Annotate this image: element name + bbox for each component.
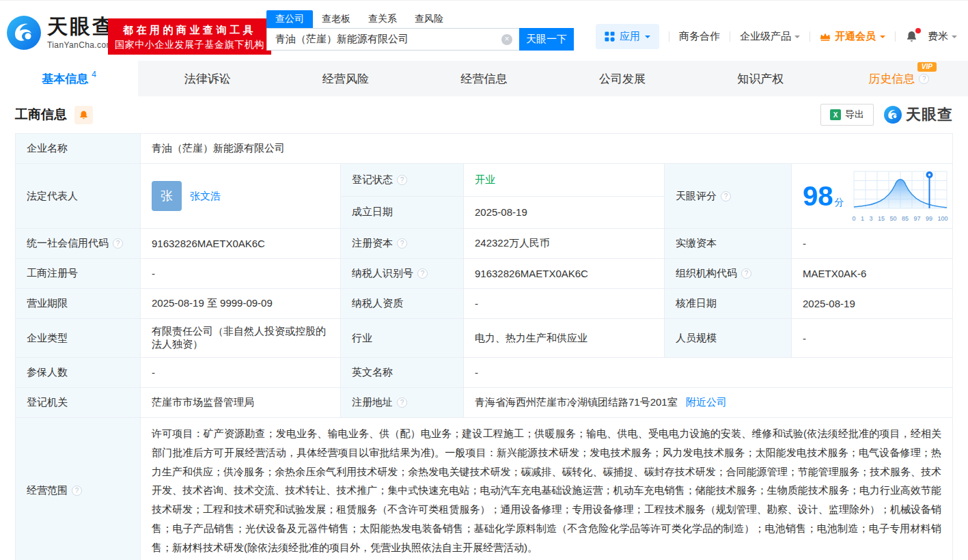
company-type-value: 有限责任公司（非自然人投资或控股的法人独资） bbox=[141, 319, 341, 358]
help-icon[interactable] bbox=[397, 238, 407, 249]
field-label-business-scope: 经营范围 bbox=[16, 418, 141, 560]
credit-code-value: 91632826MAETX0AK6C bbox=[141, 229, 341, 259]
help-icon[interactable] bbox=[919, 74, 929, 84]
username-label: 费米 bbox=[928, 30, 948, 43]
score-axis-ticks: 0131550859799100 bbox=[853, 215, 948, 222]
chevron-down-icon bbox=[645, 36, 650, 41]
logo[interactable]: 天眼查 TianYanCha.com bbox=[7, 16, 115, 50]
reg-capital-value: 242322万人民币 bbox=[464, 229, 665, 259]
export-label: 导出 bbox=[845, 109, 864, 121]
status-badge: 开业 bbox=[475, 173, 495, 185]
help-icon[interactable] bbox=[72, 486, 82, 496]
field-label-english-name: 英文名称 bbox=[341, 358, 464, 388]
search-button[interactable]: 天眼一下 bbox=[519, 28, 574, 51]
reg-status-value: 开业 bbox=[464, 164, 665, 197]
legal-rep-link[interactable]: 张文浩 bbox=[190, 190, 221, 203]
subscribe-bell-icon[interactable] bbox=[74, 106, 93, 124]
search-input[interactable] bbox=[274, 33, 501, 46]
apps-grid-icon bbox=[605, 31, 615, 42]
field-label-business-term: 营业期限 bbox=[16, 289, 141, 319]
tab-count: 4 bbox=[92, 70, 96, 79]
divider bbox=[810, 31, 810, 42]
export-button[interactable]: 导出 bbox=[820, 104, 874, 126]
slogan-banner: 都在用的商业查询工具 国家中小企业发展子基金旗下机构 bbox=[108, 18, 271, 55]
score-widget[interactable]: 98分 bbox=[803, 170, 941, 222]
header: 天眼查 TianYanCha.com 都在用的商业查询工具 国家中小企业发展子基… bbox=[0, 1, 968, 61]
tab-legal-proceedings[interactable]: 法律诉讼 bbox=[138, 61, 276, 96]
score-value: 98分 bbox=[803, 181, 844, 212]
help-icon[interactable] bbox=[113, 238, 123, 249]
tab-operation-risk[interactable]: 经营风险 bbox=[277, 61, 415, 96]
search-tab-relation[interactable]: 查关系 bbox=[359, 10, 406, 28]
nav-enterprise-label: 企业级产品 bbox=[740, 30, 791, 43]
divider bbox=[669, 31, 669, 42]
business-info-table: 企业名称 青油（茫崖）新能源有限公司 法定代表人 张 张文浩 登记状态 开业 天… bbox=[15, 133, 953, 560]
tianyancha-logo-icon bbox=[7, 16, 41, 50]
avatar[interactable]: 张 bbox=[152, 181, 182, 211]
field-label-taxpayer-quality: 纳税人资质 bbox=[341, 289, 464, 319]
reg-address-value: 青海省海西州茫崖市冷湖镇团结路71号201室 附近公司 bbox=[464, 388, 953, 418]
field-label-reg-number: 工商注册号 bbox=[16, 259, 141, 289]
staff-size-value: - bbox=[792, 319, 953, 358]
score-cell: 98分 bbox=[792, 164, 953, 229]
help-icon[interactable] bbox=[397, 397, 407, 408]
field-label-score: 天眼评分 bbox=[665, 164, 792, 229]
nearby-companies-link[interactable]: 附近公司 bbox=[686, 396, 727, 408]
help-icon[interactable] bbox=[397, 175, 407, 185]
nav-apps[interactable]: 应用 bbox=[596, 24, 659, 49]
field-label-reg-status: 登记状态 bbox=[341, 164, 464, 197]
business-term-value: 2025-08-19 至 9999-09-09 bbox=[141, 289, 341, 319]
business-scope-value: 许可项目：矿产资源勘查；发电业务、输电业务、供（配）电业务；建设工程施工；供暖服… bbox=[141, 418, 953, 560]
field-label-approve-date: 核准日期 bbox=[665, 289, 792, 319]
search-box bbox=[266, 28, 519, 51]
company-name-value: 青油（茫崖）新能源有限公司 bbox=[141, 134, 953, 164]
help-icon[interactable] bbox=[417, 268, 428, 279]
field-label-paid-capital: 实缴资本 bbox=[665, 229, 792, 259]
section-title: 工商信息 bbox=[15, 106, 67, 124]
score-distribution-chart: 0131550859799100 bbox=[853, 170, 948, 222]
field-label-establish-date: 成立日期 bbox=[341, 196, 464, 229]
field-label-company-type: 企业类型 bbox=[16, 319, 141, 358]
tab-history-info[interactable]: VIP 历史信息 bbox=[830, 61, 968, 96]
tab-label: 历史信息 bbox=[868, 71, 915, 87]
tianyancha-watermark: 天眼查 bbox=[884, 104, 953, 125]
nav-enterprise[interactable]: 企业级产品 bbox=[740, 30, 800, 43]
tab-company-development[interactable]: 公司发展 bbox=[553, 61, 691, 96]
field-label-reg-address: 注册地址 bbox=[341, 388, 464, 418]
nav-username[interactable]: 费米 bbox=[928, 30, 957, 43]
crown-icon bbox=[820, 32, 831, 42]
nav-vip-label: 开通会员 bbox=[835, 30, 876, 43]
notification-bell-icon[interactable] bbox=[905, 30, 918, 43]
search-tab-boss[interactable]: 查老板 bbox=[313, 10, 359, 28]
field-label-reg-authority: 登记机关 bbox=[16, 388, 141, 418]
divider bbox=[730, 31, 730, 42]
tab-intellectual-property[interactable]: 知识产权 bbox=[691, 61, 829, 96]
field-label-org-code: 组织机构代码 bbox=[665, 259, 792, 289]
field-label-industry: 行业 bbox=[341, 319, 464, 358]
page: 天眼查 TianYanCha.com 都在用的商业查询工具 国家中小企业发展子基… bbox=[0, 0, 968, 560]
nav-cooperation-label: 商务合作 bbox=[679, 30, 720, 43]
tab-operation-info[interactable]: 经营信息 bbox=[415, 61, 553, 96]
clear-search-icon[interactable] bbox=[501, 34, 512, 45]
excel-icon bbox=[830, 109, 841, 120]
tab-label: 知识产权 bbox=[737, 71, 784, 87]
help-icon[interactable] bbox=[741, 268, 751, 279]
nav-cooperation[interactable]: 商务合作 bbox=[679, 30, 720, 43]
establish-date-value: 2025-08-19 bbox=[464, 196, 665, 229]
taxpayer-quality-value: - bbox=[464, 289, 665, 319]
reg-number-value: - bbox=[141, 259, 341, 289]
search-tab-company[interactable]: 查公司 bbox=[266, 10, 313, 28]
company-tabs: 基本信息 4 法律诉讼 经营风险 经营信息 公司发展 知识产权 VIP 历史信息 bbox=[0, 61, 968, 96]
tab-label: 经营信息 bbox=[460, 71, 507, 87]
section-head: 工商信息 导出 天眼查 bbox=[0, 96, 968, 133]
brand-name: 天眼查 bbox=[47, 16, 115, 37]
org-code-value: MAETX0AK-6 bbox=[792, 259, 953, 289]
search-tab-risk[interactable]: 查风险 bbox=[406, 10, 452, 28]
tab-basic-info[interactable]: 基本信息 4 bbox=[0, 61, 138, 96]
tab-label: 经营风险 bbox=[322, 71, 369, 87]
watermark-text: 天眼查 bbox=[906, 104, 953, 125]
nav-vip[interactable]: 开通会员 bbox=[820, 30, 885, 43]
slogan-line1: 都在用的商业查询工具 bbox=[115, 22, 264, 38]
help-icon[interactable] bbox=[721, 191, 731, 201]
tianyancha-logo-icon bbox=[884, 106, 902, 124]
